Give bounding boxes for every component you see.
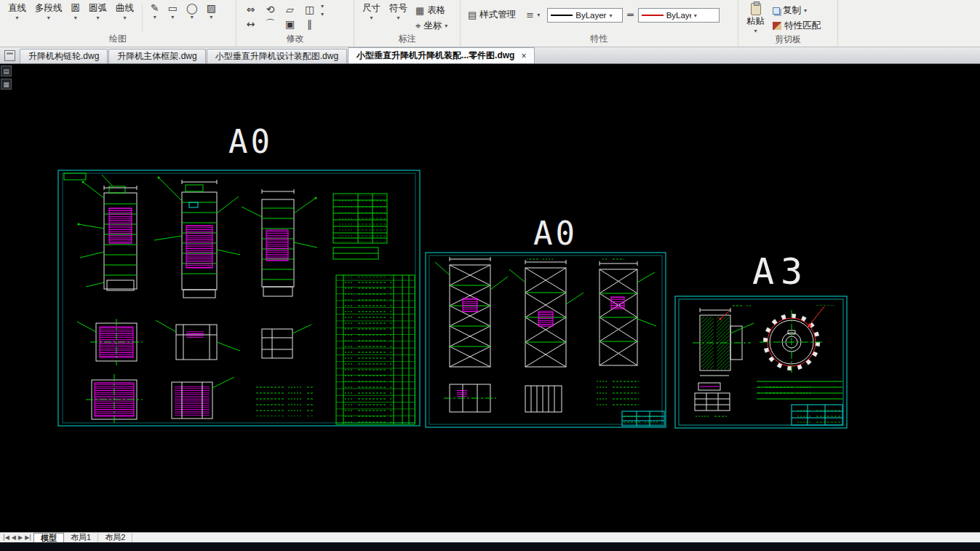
drawing-canvas[interactable]: ▤ ▦: [0, 64, 980, 532]
layout-tab-bar: |◀ ◀ ▶ ▶| 模型 布局1 布局2: [0, 532, 980, 542]
chevron-down-icon[interactable]: ▾: [445, 23, 447, 29]
explode-icon[interactable]: ∥: [307, 18, 312, 30]
chevron-down-icon[interactable]: ▾: [15, 15, 18, 21]
fit-table: [695, 383, 730, 418]
stretch-icon[interactable]: ↔: [247, 18, 255, 30]
array-icon[interactable]: ▣: [285, 18, 295, 30]
chevron-down-icon[interactable]: ▾: [321, 11, 324, 17]
notes-text-block: [256, 383, 313, 416]
lineweight-icon[interactable]: ═: [627, 9, 633, 20]
paste-button[interactable]: 粘贴 ▾: [743, 2, 768, 34]
chevron-down-icon[interactable]: ▾: [609, 12, 612, 19]
chevron-down-icon[interactable]: ▾: [210, 14, 212, 20]
command-line-bar[interactable]: [0, 542, 980, 551]
panel-label-clipboard[interactable]: 剪切板: [738, 34, 837, 47]
chevron-down-icon[interactable]: ▾: [397, 15, 399, 21]
chevron-down-icon[interactable]: ▾: [191, 14, 194, 20]
prev-layout-icon[interactable]: ◀: [12, 534, 16, 541]
symbol-tool[interactable]: 符号 ▾: [386, 2, 411, 21]
base-view-1: [444, 384, 496, 412]
match-properties-label: 特性匹配: [784, 20, 821, 32]
sheet-label-3: A3: [752, 250, 809, 293]
pencil-tool[interactable]: ✎ ▾: [147, 2, 163, 20]
copy-button[interactable]: 复制 ▾: [770, 4, 824, 17]
doc-tab-4-active[interactable]: 小型垂直升降机升降机装配...零件图.dwg ×: [348, 47, 535, 63]
match-properties-button[interactable]: 特性匹配: [770, 19, 824, 33]
panel-label-annotate[interactable]: 标注: [354, 33, 460, 47]
chevron-down-icon[interactable]: ▾: [804, 7, 807, 14]
ellipse-tool[interactable]: ◯ ▾: [183, 2, 202, 20]
table-tool-label: 表格: [427, 4, 445, 17]
chevron-down-icon[interactable]: ▾: [96, 15, 99, 21]
spline-tool[interactable]: 曲线 ▾: [112, 2, 138, 21]
panel-clipboard: 粘贴 ▾ 复制 ▾ 特性匹配 剪切板: [738, 0, 838, 47]
detail-view-5: [172, 377, 234, 419]
offset-icon[interactable]: ▱: [286, 4, 294, 15]
chevron-down-icon[interactable]: ▾: [123, 15, 126, 21]
paste-label: 粘贴: [746, 15, 765, 28]
sheet-a3-right: A3: [675, 250, 847, 428]
chevron-down-icon[interactable]: ▾: [370, 15, 373, 21]
symbol-tool-label: 符号: [389, 2, 407, 15]
fillet-icon[interactable]: ⌒: [266, 18, 276, 30]
detail-view-2: [156, 320, 240, 360]
palette-icon-2[interactable]: ▦: [1, 79, 12, 90]
elevator-frame-view-3: [242, 189, 317, 296]
next-layout-icon[interactable]: ▶: [18, 534, 23, 541]
chevron-down-icon[interactable]: ▾: [694, 12, 697, 19]
doc-tab-1[interactable]: 升降机构链轮.dwg: [20, 49, 108, 63]
doc-tab-2[interactable]: 升降机主体框架.dwg: [108, 49, 205, 63]
rotate-icon[interactable]: ⟲: [266, 4, 275, 15]
chevron-down-icon[interactable]: ▾: [754, 28, 757, 34]
rectangle-tool[interactable]: ▭ ▾: [164, 2, 181, 20]
polyline-tool-label: 多段线: [35, 2, 63, 15]
last-layout-icon[interactable]: ▶|: [25, 534, 31, 541]
chevron-down-icon[interactable]: ▾: [47, 15, 50, 21]
mirror-icon[interactable]: ◫: [305, 4, 314, 15]
chevron-down-icon[interactable]: ▾: [74, 15, 77, 21]
style-manager-label: 样式管理: [479, 9, 516, 21]
chevron-down-icon: ▾: [537, 12, 540, 18]
drawing-tabs-menu-icon[interactable]: [4, 50, 15, 61]
doc-tab-3[interactable]: 小型垂直升降机设计装配图.dwg: [207, 49, 347, 63]
linetype-value: ByLayer: [575, 11, 606, 20]
hub-section-view: [693, 304, 754, 376]
chevron-down-icon[interactable]: ▾: [321, 3, 324, 9]
dimension-tool[interactable]: 尺寸 ▾: [359, 2, 384, 21]
layer-list-button[interactable]: ≡ ▾: [523, 9, 543, 21]
arc-tool[interactable]: 圆弧 ▾: [85, 2, 111, 21]
chevron-down-icon[interactable]: ▾: [171, 14, 174, 20]
polyline-tool[interactable]: 多段线 ▾: [31, 2, 66, 21]
chevron-down-icon[interactable]: ▾: [154, 14, 156, 20]
tab-model[interactable]: 模型: [33, 533, 64, 542]
truss-tower-c: [599, 258, 656, 365]
tab-layout1[interactable]: 布局1: [64, 533, 98, 542]
coordinate-tool[interactable]: ⌖ 坐标 ▾: [413, 19, 450, 33]
move-icon[interactable]: ⇔: [247, 4, 255, 15]
hatch-tool[interactable]: ▨ ▾: [203, 2, 220, 20]
first-layout-icon[interactable]: |◀: [3, 534, 9, 541]
close-icon[interactable]: ×: [521, 52, 526, 60]
match-properties-icon: [773, 22, 781, 30]
panel-label-modify[interactable]: 修改: [236, 33, 354, 47]
circle-tool[interactable]: 圆 ▾: [68, 2, 84, 21]
panel-properties: ▤ 样式管理 ≡ ▾ ByLayer ▾ ═ ByLayer ▾: [461, 0, 738, 47]
title-block-3: [757, 381, 842, 425]
arc-tool-label: 圆弧: [89, 2, 107, 15]
linetype-combo[interactable]: ByLayer ▾: [547, 8, 623, 23]
panel-label-draw[interactable]: 绘图: [0, 33, 236, 47]
panel-separator: [142, 4, 143, 31]
ellipse-icon: ◯: [186, 2, 198, 14]
color-combo[interactable]: ByLayer ▾: [638, 8, 720, 23]
rectangle-icon: ▭: [168, 2, 178, 14]
palette-icon-1[interactable]: ▤: [1, 66, 12, 76]
style-manager-button[interactable]: ▤ 样式管理: [465, 8, 519, 22]
panel-label-properties[interactable]: 特性: [461, 33, 738, 47]
line-tool[interactable]: 直线 ▾: [4, 2, 30, 21]
sheet-a0-left: A0: [58, 123, 420, 426]
tab-layout2[interactable]: 布局2: [98, 533, 132, 542]
table-tool[interactable]: ▦ 表格: [413, 4, 450, 17]
panel-modify: ⇔ ⟲ ▱ ◫ ↔ ⌒ ▣ ∥ ▾ ▾ 修改: [236, 0, 354, 47]
dimension-tool-label: 尺寸: [362, 2, 381, 15]
panel-draw: 直线 ▾ 多段线 ▾ 圆 ▾ 圆弧 ▾ 曲线 ▾: [0, 0, 236, 47]
